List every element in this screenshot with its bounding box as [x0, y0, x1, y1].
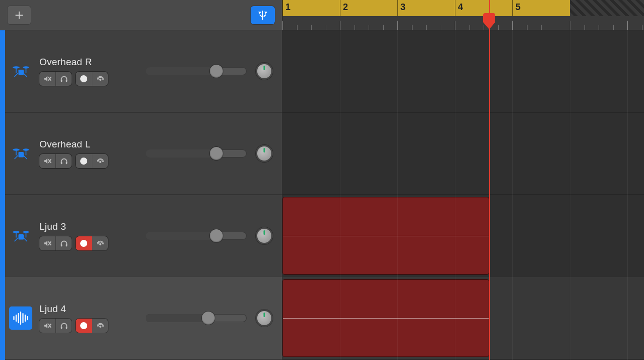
- mute-button[interactable]: [39, 319, 55, 333]
- track-list-panel: Overhead R Overhead L Ljud 3: [0, 0, 282, 360]
- tracks-container: Overhead R Overhead L Ljud 3: [0, 30, 282, 359]
- track-name-label[interactable]: Overhead R: [39, 57, 108, 68]
- track-name-label[interactable]: Ljud 3: [39, 221, 108, 232]
- arrange-lane[interactable]: [282, 113, 644, 195]
- arrange-lanes[interactable]: [282, 30, 644, 360]
- drumkit-icon[interactable]: [9, 60, 32, 83]
- pan-knob[interactable]: [256, 310, 273, 327]
- beat-tick: [340, 21, 340, 30]
- track-body: Overhead L: [39, 139, 108, 168]
- input-monitor-button[interactable]: [92, 319, 108, 333]
- mute-button[interactable]: [39, 72, 55, 86]
- svg-rect-5: [19, 70, 24, 75]
- solo-headphones-button[interactable]: [55, 72, 72, 86]
- grid-line: [570, 30, 570, 360]
- input-monitor-button[interactable]: [92, 72, 108, 86]
- arrange-area[interactable]: 1234567: [282, 0, 644, 360]
- volume-thumb[interactable]: [210, 229, 223, 242]
- volume-slider[interactable]: [146, 149, 247, 158]
- playhead-snap-icon: [257, 10, 269, 20]
- track-mix-controls: [146, 310, 273, 327]
- track-name-label[interactable]: Overhead L: [39, 139, 108, 150]
- mute-button[interactable]: [39, 236, 55, 250]
- beat-tick: [584, 25, 585, 30]
- svg-point-12: [99, 79, 101, 81]
- waveform-placeholder: [283, 236, 489, 236]
- catch-playhead-button[interactable]: [251, 6, 275, 24]
- solo-headphones-button[interactable]: [55, 154, 72, 168]
- input-monitor-button[interactable]: [92, 154, 108, 168]
- track-name-label[interactable]: Ljud 4: [39, 303, 108, 315]
- grid-line: [397, 30, 398, 360]
- volume-thumb[interactable]: [210, 65, 223, 78]
- drumkit-icon[interactable]: [9, 224, 32, 247]
- app-window: Overhead R Overhead L Ljud 3: [0, 0, 644, 360]
- solo-headphones-button[interactable]: [55, 319, 72, 333]
- audio-region[interactable]: [282, 197, 489, 275]
- grid-line: [340, 30, 340, 360]
- beat-tick: [470, 25, 470, 30]
- plus-icon: [14, 10, 25, 21]
- pan-knob[interactable]: [256, 227, 273, 244]
- pan-knob[interactable]: [256, 63, 273, 80]
- svg-rect-0: [262, 11, 263, 20]
- timeline-ruler[interactable]: 1234567: [282, 0, 644, 30]
- track-mix-controls: [146, 145, 273, 162]
- beat-tick: [455, 21, 455, 30]
- volume-slider[interactable]: [146, 314, 247, 322]
- beat-tick: [512, 21, 513, 30]
- track-header[interactable]: Overhead L: [0, 113, 282, 195]
- add-track-button[interactable]: [7, 6, 31, 25]
- track-header[interactable]: Ljud 4: [0, 277, 282, 359]
- track-header[interactable]: Ljud 3: [0, 195, 282, 277]
- svg-line-19: [24, 156, 27, 159]
- main-area: Overhead R Overhead L Ljud 3: [0, 0, 644, 360]
- record-dot-icon: [80, 158, 87, 165]
- record-enable-button[interactable]: [76, 236, 92, 250]
- arrange-lane[interactable]: [282, 277, 644, 359]
- svg-rect-29: [19, 234, 24, 240]
- audio-waveform-icon[interactable]: [9, 306, 32, 330]
- solo-headphones-button[interactable]: [55, 236, 72, 250]
- svg-point-24: [99, 161, 101, 163]
- svg-line-30: [15, 238, 18, 241]
- volume-thumb[interactable]: [210, 147, 223, 160]
- drumkit-icon[interactable]: [9, 142, 32, 165]
- record-enable-button[interactable]: [76, 319, 92, 333]
- bar-tick: [455, 0, 455, 16]
- grid-line: [512, 30, 513, 360]
- selection-strip: [0, 30, 5, 360]
- bar-number-label: 2: [343, 2, 348, 13]
- beat-tick: [412, 25, 413, 30]
- svg-point-36: [99, 243, 101, 245]
- input-monitor-button[interactable]: [92, 236, 108, 250]
- bar-number-label: 5: [515, 2, 520, 13]
- record-enable-button[interactable]: [76, 72, 92, 86]
- arrange-lane[interactable]: [282, 30, 644, 113]
- beat-tick: [311, 25, 312, 30]
- volume-thumb[interactable]: [202, 312, 215, 325]
- svg-rect-47: [66, 327, 67, 329]
- track-header[interactable]: Overhead R: [0, 30, 282, 113]
- beat-tick: [642, 25, 642, 30]
- beat-tick: [282, 21, 283, 30]
- bar-number-label: 3: [400, 2, 405, 13]
- track-button-row: [39, 154, 108, 168]
- pan-knob[interactable]: [256, 145, 273, 162]
- bar-tick: [397, 0, 398, 16]
- beat-tick: [369, 25, 369, 30]
- beat-tick: [355, 25, 355, 30]
- beat-tick: [627, 21, 628, 30]
- ruler-subdivisions[interactable]: [282, 16, 644, 30]
- song-end-mask: [570, 0, 644, 16]
- audio-region[interactable]: [282, 279, 489, 357]
- volume-slider[interactable]: [146, 232, 247, 240]
- record-enable-button[interactable]: [76, 154, 92, 168]
- mute-button[interactable]: [39, 154, 55, 168]
- beat-tick: [570, 21, 570, 30]
- beat-tick: [297, 25, 298, 30]
- ruler-bars[interactable]: 1234567: [282, 0, 644, 16]
- svg-line-18: [15, 156, 18, 159]
- arrange-lane[interactable]: [282, 195, 644, 277]
- volume-slider[interactable]: [146, 67, 247, 75]
